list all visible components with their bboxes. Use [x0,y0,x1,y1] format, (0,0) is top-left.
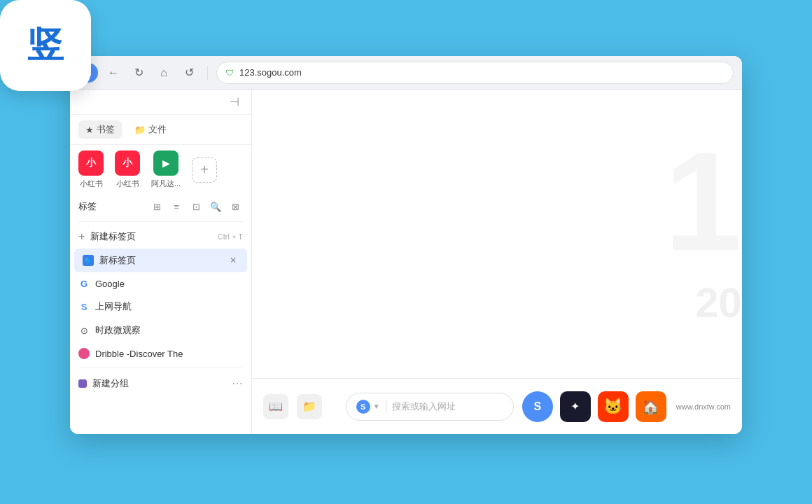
new-tab-plus-icon: + [78,230,85,243]
bottom-app-icons: S ✦ 🐱 🏠 www.dnxtw.com [522,391,731,422]
files-icon: 📁 [302,400,316,413]
search-bar-divider [386,400,386,413]
site-watermark: www.dnxtw.com [676,402,731,411]
sidebar: ⊣ ★ 书签 📁 文件 小 小红书 [70,90,252,434]
tab-bookmarks[interactable]: ★ 书签 [78,120,122,139]
browser-window: S ← ↻ ⌂ ↺ 🛡 123.sogou.com ⊣ ★ 书签 [70,56,742,434]
tab-item-dribble[interactable]: Dribble -Discover The [70,342,251,365]
bottom-bar: 📖 📁 S ▼ 搜索或输入网址 [252,378,742,434]
tab-item-nav[interactable]: S 上网导航 [70,295,251,318]
bookmark-label-xhs1: 小红书 [80,178,103,189]
tags-row: 标签 ⊞ ≡ ⊡ 🔍 ⊠ [70,195,251,218]
tab-item-news[interactable]: ⊙ 时政微观察 [70,318,251,342]
bookmark-icon-xhs1: 小 [78,150,104,176]
browser-toolbar: S ← ↻ ⌂ ↺ 🛡 123.sogou.com [70,56,742,90]
app-icon-tmall[interactable]: 🐱 [598,391,629,422]
folder-icon: 📁 [134,125,146,135]
tab-close-new[interactable]: ✕ [227,255,239,266]
divider-2 [78,368,243,368]
add-bookmark-button[interactable]: + [192,158,217,183]
tab-favicon-dribble [78,348,90,359]
tab-title-news: 时政微观察 [95,324,243,337]
bookmark-icon-xhs2: 小 [115,150,140,176]
sidebar-toggle-button[interactable]: 📖 [263,394,288,419]
url-bar[interactable]: 🛡 123.sogou.com [216,62,734,84]
tab-title-google: Google [95,279,243,289]
tab-favicon-new: 🔷 [83,255,94,266]
big-number-display: 1 [664,132,742,272]
back-button[interactable]: ← [104,63,123,83]
star-icon: ★ [85,125,94,135]
sidebar-header: ⊣ [70,90,251,115]
tab-title-new: 新标签页 [99,254,222,267]
app-icon-home[interactable]: 🏠 [636,391,666,422]
tab-files[interactable]: 📁 文件 [127,120,174,139]
app-icon-text: 竖 [27,21,64,70]
bookmark-xiaohongshu2[interactable]: 小 小红书 [115,150,140,189]
bookmark-afanda[interactable]: ▶ 阿凡达... [151,150,181,189]
browser-content: ⊣ ★ 书签 📁 文件 小 小红书 [70,90,742,434]
new-group-row[interactable]: 新建分组 ⋯ [70,371,251,396]
group-color-dot [78,379,87,388]
url-text: 123.sogou.com [239,67,302,78]
tags-view-icon-3[interactable]: ⊡ [188,199,204,214]
bookmarks-row: 小 小红书 小 小红书 ▶ 阿凡达... + [70,145,251,195]
new-tab-row[interactable]: + 新建标签页 Ctrl + T [70,225,251,248]
app-icon-ai[interactable]: ✦ [560,391,591,422]
tab-title-dribble: Dribble -Discover The [95,349,243,359]
main-content: 1 20 📖 📁 S ▼ [252,90,742,434]
tab-bookmarks-label: 书签 [97,123,115,136]
home-button[interactable]: ⌂ [154,63,174,83]
tags-label: 标签 [78,200,97,213]
search-engine-button[interactable]: S ▼ [356,400,380,414]
tags-view-icon-2[interactable]: ≡ [169,199,184,214]
files-button[interactable]: 📁 [297,394,322,419]
app-icon-sogou[interactable]: S [522,391,553,422]
bookmark-icon-afanda: ▶ [153,150,178,176]
undo-button[interactable]: ↺ [179,63,199,83]
tags-view-icon-1[interactable]: ⊞ [149,199,164,214]
tags-icons: ⊞ ≡ ⊡ 🔍 ⊠ [149,199,243,214]
sidebar-tabs: ★ 书签 📁 文件 [70,115,251,145]
sidebar-toggle-icon: 📖 [269,400,283,413]
new-group-label: 新建分组 [92,377,226,390]
collapse-sidebar-button[interactable]: ⊣ [226,94,243,111]
bookmark-xiaohongshu1[interactable]: 小 小红书 [78,150,104,189]
new-tab-label: 新建标签页 [90,230,211,243]
search-dropdown-icon: ▼ [373,402,380,410]
group-more-icon[interactable]: ⋯ [232,377,243,390]
reload-button[interactable]: ↻ [129,63,148,83]
search-bar[interactable]: S ▼ 搜索或输入网址 [346,393,514,421]
small-year-display: 20 [695,279,742,327]
search-input[interactable]: 搜索或输入网址 [392,400,456,413]
tab-favicon-google: G [78,278,90,289]
tab-item-google[interactable]: G Google [70,272,251,295]
bookmark-label-afanda: 阿凡达... [151,178,181,189]
bookmark-label-xhs2: 小红书 [116,178,139,189]
tab-files-label: 文件 [148,123,167,136]
tags-search-icon[interactable]: 🔍 [208,199,223,214]
tab-favicon-news: ⊙ [78,325,90,336]
tab-favicon-nav: S [78,301,90,312]
tab-item-new[interactable]: 🔷 新标签页 ✕ [74,248,247,272]
toolbar-divider [207,66,208,80]
tags-more-icon[interactable]: ⊠ [227,199,243,214]
search-engine-logo: S [356,400,370,414]
tab-title-nav: 上网导航 [95,300,243,313]
divider-1 [78,221,243,222]
tab-list: 🔷 新标签页 ✕ G Google S 上网导航 [70,248,251,396]
app-icon: 竖 [0,0,91,91]
ssl-shield-icon: 🛡 [225,68,234,78]
new-tab-shortcut: Ctrl + T [218,232,243,241]
